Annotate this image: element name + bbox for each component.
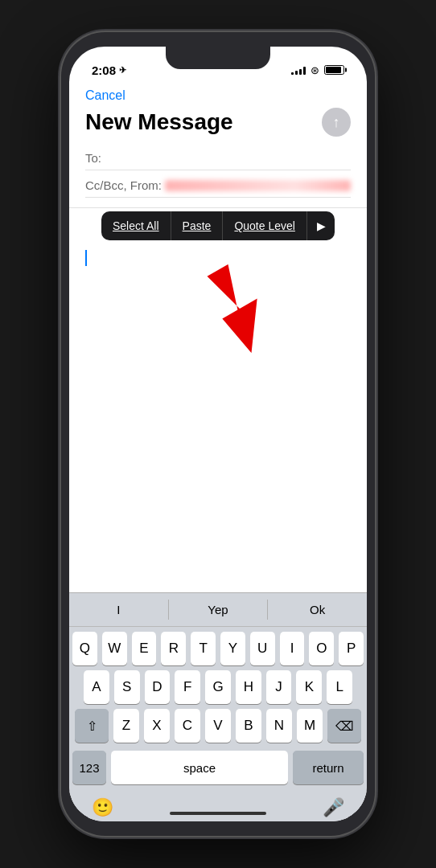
cancel-button[interactable]: Cancel bbox=[85, 88, 125, 103]
battery-icon bbox=[324, 65, 344, 75]
key-I[interactable]: I bbox=[280, 632, 305, 665]
keyboard-area: I Yep Ok Q W E R T Y U I O bbox=[69, 592, 367, 821]
notch bbox=[166, 47, 270, 69]
home-indicator bbox=[170, 812, 266, 815]
key-S[interactable]: S bbox=[114, 670, 140, 704]
signal-bar-2 bbox=[295, 71, 298, 75]
key-row-1: Q W E R T Y U I O P bbox=[72, 632, 364, 665]
emoji-icon[interactable]: 🙂 bbox=[92, 797, 113, 818]
new-message-title: New Message bbox=[85, 109, 233, 135]
key-Y[interactable]: Y bbox=[220, 632, 245, 665]
phone-frame: 2:08 ✈ ⊛ bbox=[61, 32, 375, 836]
predictive-item-3[interactable]: Ok bbox=[268, 600, 367, 620]
from-value-blurred bbox=[165, 180, 351, 191]
send-button[interactable]: ↑ bbox=[322, 108, 351, 137]
signal-bar-3 bbox=[299, 69, 302, 75]
key-D[interactable]: D bbox=[145, 670, 171, 704]
key-H[interactable]: H bbox=[236, 670, 261, 704]
microphone-icon[interactable]: 🎤 bbox=[323, 797, 344, 818]
key-A[interactable]: A bbox=[84, 670, 109, 704]
time-label: 2:08 bbox=[92, 63, 116, 77]
signal-bar-4 bbox=[303, 67, 306, 75]
key-O[interactable]: O bbox=[309, 632, 334, 665]
select-all-menu-item[interactable]: Select All bbox=[101, 211, 171, 240]
to-label: To: bbox=[85, 151, 109, 165]
predictive-row: I Yep Ok bbox=[69, 593, 367, 627]
key-V[interactable]: V bbox=[205, 709, 231, 743]
return-key[interactable]: return bbox=[293, 751, 364, 784]
quote-level-menu-item[interactable]: Quote Level bbox=[223, 211, 307, 240]
key-Q[interactable]: Q bbox=[72, 632, 97, 665]
status-time: 2:08 ✈ bbox=[92, 63, 126, 77]
more-menu-arrow[interactable]: ▶ bbox=[307, 211, 335, 240]
key-W[interactable]: W bbox=[102, 632, 127, 665]
cc-label: Cc/Bcc, From: bbox=[85, 178, 162, 192]
key-G[interactable]: G bbox=[205, 670, 231, 704]
bottom-row: 123 space return bbox=[69, 751, 367, 791]
context-menu: Select All Paste Quote Level ▶ bbox=[101, 211, 335, 240]
key-F[interactable]: F bbox=[175, 670, 200, 704]
red-arrow-indicator bbox=[204, 264, 276, 356]
mail-header: Cancel New Message ↑ To: Cc/Bcc, From: bbox=[69, 82, 367, 208]
key-T[interactable]: T bbox=[191, 632, 216, 665]
key-row-2: A S D F G H J K L bbox=[72, 670, 364, 704]
backspace-key[interactable]: ⌫ bbox=[327, 709, 361, 743]
key-Z[interactable]: Z bbox=[113, 709, 139, 743]
location-icon: ✈ bbox=[119, 65, 126, 76]
key-U[interactable]: U bbox=[250, 632, 275, 665]
predictive-item-1[interactable]: I bbox=[69, 600, 169, 620]
key-K[interactable]: K bbox=[296, 670, 322, 704]
cc-field-row: Cc/Bcc, From: bbox=[85, 170, 351, 198]
predictive-item-2[interactable]: Yep bbox=[169, 600, 269, 620]
to-field-row: To: bbox=[85, 143, 351, 170]
key-R[interactable]: R bbox=[161, 632, 186, 665]
text-cursor bbox=[85, 250, 87, 266]
wifi-icon: ⊛ bbox=[311, 64, 319, 76]
numbers-key[interactable]: 123 bbox=[72, 751, 106, 784]
phone-bottom-bar: 🙂 🎤 bbox=[69, 791, 367, 821]
phone-screen: 2:08 ✈ ⊛ bbox=[69, 47, 367, 821]
message-title-row: New Message ↑ bbox=[85, 108, 351, 137]
key-L[interactable]: L bbox=[327, 670, 352, 704]
signal-bar-1 bbox=[291, 72, 294, 75]
svg-marker-0 bbox=[204, 264, 276, 353]
key-row-3: ⇧ Z X C V B N M ⌫ bbox=[72, 709, 364, 743]
key-P[interactable]: P bbox=[339, 632, 364, 665]
shift-key[interactable]: ⇧ bbox=[75, 709, 109, 743]
key-E[interactable]: E bbox=[132, 632, 157, 665]
space-key[interactable]: space bbox=[111, 751, 288, 784]
key-J[interactable]: J bbox=[266, 670, 292, 704]
key-C[interactable]: C bbox=[175, 709, 200, 743]
status-icons: ⊛ bbox=[291, 64, 344, 76]
key-M[interactable]: M bbox=[297, 709, 323, 743]
keyboard-rows: Q W E R T Y U I O P A S bbox=[69, 627, 367, 751]
compose-area[interactable] bbox=[69, 240, 367, 592]
screen-inner: 2:08 ✈ ⊛ bbox=[69, 47, 367, 821]
key-N[interactable]: N bbox=[266, 709, 292, 743]
key-X[interactable]: X bbox=[144, 709, 170, 743]
paste-menu-item[interactable]: Paste bbox=[171, 211, 224, 240]
key-B[interactable]: B bbox=[236, 709, 261, 743]
battery-fill bbox=[326, 67, 341, 73]
signal-bars bbox=[291, 65, 306, 75]
send-arrow-icon: ↑ bbox=[333, 114, 340, 131]
